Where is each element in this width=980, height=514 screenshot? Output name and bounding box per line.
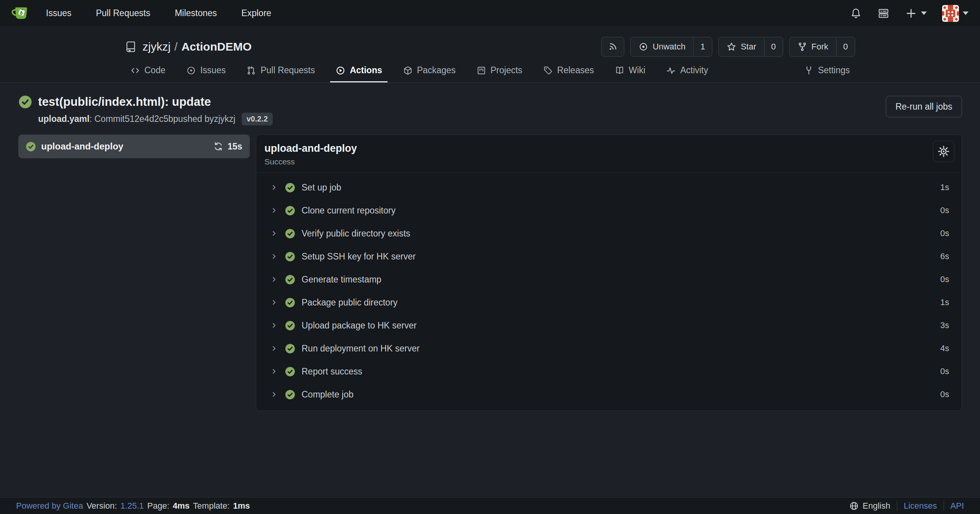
chevron-right-icon xyxy=(270,321,278,330)
forks-count[interactable]: 0 xyxy=(836,37,855,56)
user-menu-button[interactable] xyxy=(942,5,969,22)
step-row[interactable]: Setup SSH key for HK server 6s xyxy=(256,245,962,268)
create-new-button[interactable] xyxy=(905,7,927,20)
run-subtitle: upload.yaml: Commit 512e4d2c5b pushed by… xyxy=(38,113,273,125)
step-row[interactable]: Clone current repository 0s xyxy=(256,199,962,222)
star-button[interactable]: Star xyxy=(719,37,764,56)
repo-tabs: Code Issues Pull Requests Actions xyxy=(125,65,855,82)
nav-link[interactable]: Milestones xyxy=(175,8,217,18)
fork-button-group: Fork 0 xyxy=(789,37,855,57)
watch-button-group: Unwatch 1 xyxy=(630,37,712,57)
package-icon xyxy=(403,66,413,76)
chevron-right-icon xyxy=(270,367,278,376)
tab-issues[interactable]: Issues xyxy=(181,65,231,82)
step-row[interactable]: Run deployment on HK server 4s xyxy=(256,337,962,360)
tab-activity[interactable]: Activity xyxy=(661,65,713,82)
server-icon xyxy=(877,7,890,20)
step-label: Verify public directory exists xyxy=(302,228,411,239)
job-card-upload-and-deploy[interactable]: upload-and-deploy 15s xyxy=(18,135,250,158)
fork-button[interactable]: Fork xyxy=(790,37,836,56)
gitea-logo-icon[interactable] xyxy=(11,4,30,23)
project-board-icon xyxy=(476,66,486,76)
tab-projects[interactable]: Projects xyxy=(471,65,528,82)
language-selector[interactable]: English xyxy=(863,501,890,511)
notifications-button[interactable] xyxy=(850,7,862,20)
nav-link[interactable]: Pull Requests xyxy=(96,8,150,18)
watchers-count[interactable]: 1 xyxy=(693,37,712,56)
stars-count[interactable]: 0 xyxy=(764,37,783,56)
chevron-right-icon xyxy=(270,229,278,238)
page-time-value: 4ms xyxy=(173,501,190,511)
step-duration: 0s xyxy=(940,205,949,215)
job-options-button[interactable] xyxy=(933,141,954,162)
job-success-icon xyxy=(26,141,36,152)
repo-name-link[interactable]: ActionDEMO xyxy=(182,40,252,53)
rerun-job-icon[interactable] xyxy=(213,141,223,151)
step-label: Upload package to HK server xyxy=(302,320,417,331)
plus-icon xyxy=(905,7,917,20)
globe-icon xyxy=(849,501,859,511)
rss-button[interactable] xyxy=(601,37,624,57)
step-row[interactable]: Generate timestamp 0s xyxy=(256,268,962,291)
step-row[interactable]: Upload package to HK server 3s xyxy=(256,314,962,337)
repository-icon xyxy=(125,41,137,53)
star-button-group: Star 0 xyxy=(718,37,783,57)
top-navbar: Issues Pull Requests Milestones Explore xyxy=(0,0,980,27)
step-row[interactable]: Set up job 1s xyxy=(256,176,962,199)
run-success-icon xyxy=(18,95,32,109)
step-label: Clone current repository xyxy=(302,205,396,216)
version-tag-badge[interactable]: v0.2.2 xyxy=(242,113,273,125)
unwatch-button[interactable]: Unwatch xyxy=(631,37,693,56)
chevron-right-icon xyxy=(270,344,278,353)
tab-packages[interactable]: Packages xyxy=(398,65,461,82)
admin-panel-button[interactable] xyxy=(877,7,890,20)
step-success-icon xyxy=(285,320,295,331)
chevron-right-icon xyxy=(270,275,278,284)
chevron-right-icon xyxy=(270,298,278,307)
pulse-icon xyxy=(666,66,676,76)
step-success-icon xyxy=(285,205,295,216)
fork-label: Fork xyxy=(811,42,828,52)
repo-header: zjykzj/ActionDEMO xyxy=(0,27,980,83)
tab-actions[interactable]: Actions xyxy=(330,65,387,82)
version-label: Version: xyxy=(87,501,117,511)
star-icon xyxy=(726,42,736,52)
repo-action-buttons: Unwatch 1 Star 0 xyxy=(601,37,855,57)
author-link[interactable]: zjykzj xyxy=(214,114,235,124)
version-link[interactable]: 1.25.1 xyxy=(120,501,144,511)
nav-link[interactable]: Issues xyxy=(46,8,71,18)
commit-sha-link[interactable]: 512e4d2c5b xyxy=(125,114,173,124)
step-label: Report success xyxy=(302,366,363,377)
step-duration: 0s xyxy=(940,389,949,399)
tab-pull-requests[interactable]: Pull Requests xyxy=(241,65,320,82)
step-label: Setup SSH key for HK server xyxy=(302,251,416,262)
repo-title-separator: / xyxy=(174,40,177,53)
step-success-icon xyxy=(285,366,295,377)
api-link[interactable]: API xyxy=(951,501,964,511)
fork-icon xyxy=(797,42,807,52)
tab-code[interactable]: Code xyxy=(125,65,171,82)
rerun-all-jobs-button[interactable]: Re-run all jobs xyxy=(886,96,962,117)
step-row[interactable]: Complete job 0s xyxy=(256,383,962,406)
step-success-icon xyxy=(285,251,295,262)
step-success-icon xyxy=(285,343,295,354)
tab-releases[interactable]: Releases xyxy=(538,65,599,82)
gear-icon xyxy=(938,146,949,157)
powered-by-gitea-link[interactable]: Powered by Gitea xyxy=(16,501,83,511)
job-duration: 15s xyxy=(227,141,242,152)
licenses-link[interactable]: Licenses xyxy=(904,501,937,511)
issue-icon xyxy=(186,66,196,76)
nav-link[interactable]: Explore xyxy=(241,8,271,18)
tab-wiki[interactable]: Wiki xyxy=(609,65,651,82)
step-row[interactable]: Report success 0s xyxy=(256,360,962,383)
workflow-file-link[interactable]: upload.yaml xyxy=(38,114,90,124)
repo-owner-link[interactable]: zjykzj xyxy=(142,40,170,53)
step-row[interactable]: Verify public directory exists 0s xyxy=(256,222,962,245)
navbar-right xyxy=(850,5,969,22)
step-duration: 1s xyxy=(940,182,949,192)
template-time-label: Template: xyxy=(193,501,229,511)
step-duration: 4s xyxy=(940,343,949,353)
tab-settings[interactable]: Settings xyxy=(798,65,855,82)
step-label: Complete job xyxy=(302,389,354,400)
step-row[interactable]: Package public directory 1s xyxy=(256,291,962,314)
